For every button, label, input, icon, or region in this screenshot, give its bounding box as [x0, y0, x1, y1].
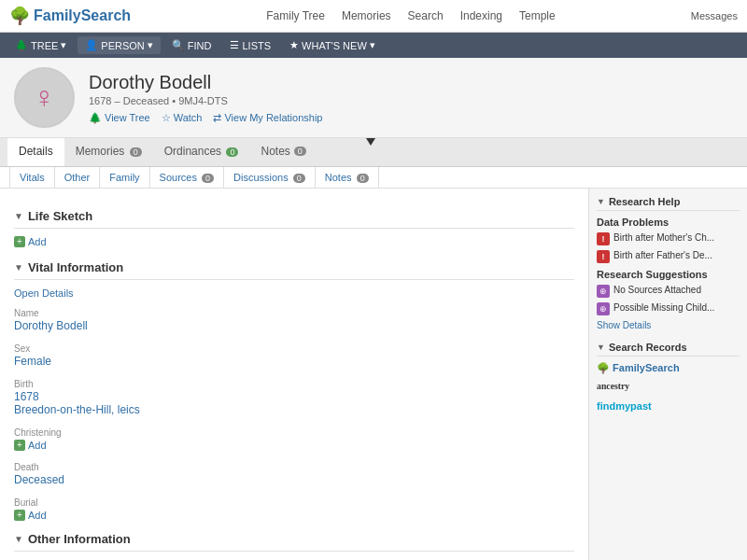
- field-name: Name Dorothy Bodell: [14, 308, 574, 332]
- tab-details[interactable]: Details: [7, 138, 64, 166]
- field-sex: Sex Female: [14, 343, 574, 368]
- life-sketch-section-header: ▼ Life Sketch: [14, 209, 574, 229]
- other-info-toggle[interactable]: ▼: [14, 534, 23, 544]
- sources-badge: 0: [202, 174, 214, 183]
- show-details-link[interactable]: Show Details: [597, 320, 740, 330]
- search-records-title: Search Records: [609, 342, 687, 353]
- tab-ordinances[interactable]: Ordinances 0: [153, 138, 250, 166]
- nav-whats-new-label: WHAT'S NEW: [302, 40, 367, 51]
- main-navigation: Family Tree Memories Search Indexing Tem…: [266, 9, 555, 22]
- relationship-icon: ⇄: [213, 112, 221, 124]
- search-ancestry[interactable]: ancestry: [597, 380, 740, 395]
- problem-icon-1: !: [597, 232, 610, 245]
- research-suggestions-label: Research Suggestions: [597, 269, 740, 280]
- field-birth: Birth 1678 Breedon-on-the-Hill, leics: [14, 379, 574, 416]
- findmypast-logo: findmypast: [597, 400, 652, 412]
- avatar: ♀: [14, 67, 75, 128]
- subtab-vitals[interactable]: Vitals: [9, 167, 55, 188]
- svg-text:ancestry: ancestry: [597, 381, 629, 391]
- subtab-other[interactable]: Other: [55, 167, 101, 188]
- burial-add-icon: +: [14, 510, 25, 521]
- vital-info-toggle[interactable]: ▼: [14, 262, 23, 273]
- subtab-notes[interactable]: Notes 0: [316, 167, 379, 188]
- view-relationship-link[interactable]: ⇄ View My Relationship: [213, 112, 322, 124]
- notes-badge: 0: [294, 147, 306, 156]
- tree-icon: 🌲: [15, 39, 28, 51]
- suggestion-text-1: No Sources Attached: [613, 285, 701, 295]
- discussions-badge: 0: [293, 174, 305, 183]
- nav-family-tree[interactable]: Family Tree: [266, 9, 325, 22]
- person-header: ♀ Dorothy Bodell 1678 – Deceased • 9MJ4-…: [0, 58, 747, 138]
- suggestion-1[interactable]: ⊕ No Sources Attached: [597, 285, 740, 298]
- person-name: Dorothy Bodell: [89, 72, 322, 93]
- right-sidebar: ▼ Research Help Data Problems ! Birth af…: [588, 189, 747, 560]
- search-familysearch[interactable]: 🌳 FamilySearch: [597, 362, 740, 374]
- nav-whats-new[interactable]: ★ WHAT'S NEW ▾: [282, 36, 383, 54]
- birth-place[interactable]: Breedon-on-the-Hill, leics: [14, 403, 574, 416]
- tab-memories[interactable]: Memories 0: [64, 138, 153, 166]
- nav-temple[interactable]: Temple: [519, 9, 556, 22]
- research-help-section: ▼ Research Help Data Problems ! Birth af…: [597, 196, 740, 330]
- data-problems-label: Data Problems: [597, 217, 740, 228]
- life-sketch-toggle[interactable]: ▼: [14, 211, 23, 221]
- subtab-notes-badge: 0: [357, 174, 369, 183]
- star-icon: ★: [289, 39, 299, 51]
- vital-info-title: Vital Information: [28, 260, 123, 274]
- familysearch-tree-icon: 🌳: [9, 6, 30, 26]
- ancestry-logo: ancestry: [597, 380, 653, 395]
- name-label: Name: [14, 308, 574, 318]
- research-help-toggle[interactable]: ▼: [597, 197, 605, 206]
- chevron-down-icon-new: ▾: [370, 39, 375, 51]
- nav-search[interactable]: Search: [408, 9, 444, 22]
- suggestion-2[interactable]: ⊕ Possible Missing Child...: [597, 302, 740, 315]
- birth-year[interactable]: 1678: [14, 390, 574, 403]
- magnifier-icon: 🔍: [172, 39, 185, 51]
- open-details-link[interactable]: Open Details: [14, 287, 574, 299]
- list-icon: ☰: [230, 39, 239, 51]
- problem-icon-2: !: [597, 250, 610, 263]
- birth-label: Birth: [14, 379, 574, 389]
- chevron-down-icon-person: ▾: [148, 39, 153, 51]
- memories-badge: 0: [130, 147, 142, 157]
- watch-link[interactable]: ☆ Watch: [162, 112, 203, 124]
- person-actions: 🌲 View Tree ☆ Watch ⇄ View My Relationsh…: [89, 112, 322, 124]
- familysearch-logo: 🌳 FamilySearch: [597, 362, 680, 374]
- field-burial: Burial + Add: [14, 497, 574, 521]
- data-problem-2[interactable]: ! Birth after Father's De...: [597, 250, 740, 263]
- death-label: Death: [14, 462, 574, 472]
- nav-tree[interactable]: 🌲 TREE ▾: [7, 36, 74, 54]
- app-name[interactable]: FamilySearch: [34, 7, 131, 24]
- subtab-family[interactable]: Family: [100, 167, 149, 188]
- search-records-header: ▼ Search Records: [597, 342, 740, 357]
- death-value[interactable]: Deceased: [14, 473, 574, 486]
- logo-area: 🌳 FamilySearch: [9, 6, 131, 26]
- nav-person-label: PERSON: [101, 40, 144, 51]
- research-help-header: ▼ Research Help: [597, 196, 740, 211]
- sex-value[interactable]: Female: [14, 355, 574, 368]
- nav-person[interactable]: 👤 PERSON ▾: [78, 36, 160, 54]
- add-burial-link[interactable]: + Add: [14, 510, 574, 521]
- suggestion-text-2: Possible Missing Child...: [613, 302, 714, 313]
- nav-find[interactable]: 🔍 FIND: [164, 36, 219, 54]
- other-information-section-header: ▼ Other Information: [14, 532, 574, 552]
- subtab-sources[interactable]: Sources 0: [150, 167, 224, 188]
- tab-notes[interactable]: Notes 0: [249, 138, 317, 166]
- name-value[interactable]: Dorothy Bodell: [14, 319, 574, 332]
- christening-add-icon: +: [14, 440, 25, 451]
- main-panel: ▼ Life Sketch + Add ▼ Vital Information …: [0, 189, 588, 560]
- person-meta: 1678 – Deceased • 9MJ4-DTS: [89, 95, 322, 106]
- nav-lists[interactable]: ☰ LISTS: [222, 36, 278, 54]
- search-findmypast[interactable]: findmypast: [597, 400, 740, 412]
- data-problem-1[interactable]: ! Birth after Mother's Ch...: [597, 232, 740, 245]
- subtab-discussions[interactable]: Discussions 0: [224, 167, 316, 188]
- content-area: ▼ Life Sketch + Add ▼ Vital Information …: [0, 189, 747, 560]
- burial-label: Burial: [14, 497, 574, 508]
- nav-memories[interactable]: Memories: [342, 9, 391, 22]
- problem-text-2: Birth after Father's De...: [613, 250, 712, 260]
- messages-link[interactable]: Messages: [691, 10, 738, 21]
- view-tree-link[interactable]: 🌲 View Tree: [89, 112, 150, 124]
- add-life-sketch-link[interactable]: + Add: [14, 236, 574, 247]
- search-records-toggle[interactable]: ▼: [597, 343, 605, 352]
- add-christening-link[interactable]: + Add: [14, 440, 574, 451]
- nav-indexing[interactable]: Indexing: [460, 9, 502, 22]
